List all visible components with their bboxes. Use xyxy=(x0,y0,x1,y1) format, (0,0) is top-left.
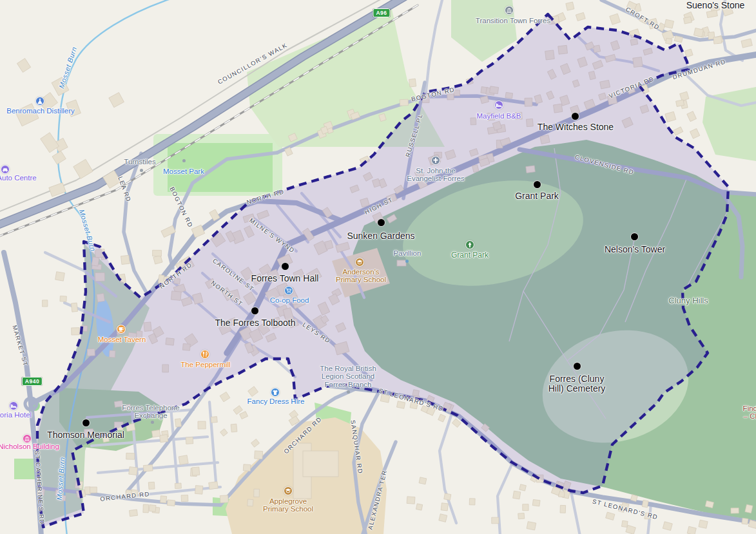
building-footprint xyxy=(60,296,66,301)
building-footprint xyxy=(380,394,390,403)
building-footprint xyxy=(151,430,160,437)
building-footprint xyxy=(622,520,628,527)
building-footprint xyxy=(527,522,536,530)
building-footprint xyxy=(143,464,153,472)
building-footprint xyxy=(129,510,137,517)
building-footprint xyxy=(220,495,228,503)
building-footprint xyxy=(742,518,748,524)
building-footprint xyxy=(243,464,251,472)
building-footprint xyxy=(175,483,181,489)
building-footprint xyxy=(731,508,739,514)
building-footprint xyxy=(167,500,175,506)
building-footprint xyxy=(211,417,217,423)
green-square-sw xyxy=(14,459,35,479)
building-footprint xyxy=(181,495,188,501)
building-footprint xyxy=(642,500,648,507)
building-footprint xyxy=(143,504,149,513)
building-footprint xyxy=(713,37,722,44)
building-footprint xyxy=(42,300,47,307)
building-footprint xyxy=(532,499,540,506)
building-footprint xyxy=(192,467,200,475)
building-footprint xyxy=(519,484,527,491)
building-footprint xyxy=(84,487,90,495)
building-footprint xyxy=(396,401,405,409)
building-footprint xyxy=(410,402,418,409)
building-footprint xyxy=(71,303,77,312)
building-footprint xyxy=(160,435,168,443)
building-footprint xyxy=(186,437,193,444)
building-footprint xyxy=(247,499,253,506)
building-footprint xyxy=(90,487,97,493)
building-footprint xyxy=(179,455,188,465)
building-footprint xyxy=(566,2,574,10)
building-footprint xyxy=(195,486,203,495)
mosset-park-pitch xyxy=(168,143,273,192)
building-footprint xyxy=(126,453,135,459)
building-footprint xyxy=(254,489,260,497)
building-footprint xyxy=(121,255,130,264)
building-footprint xyxy=(469,499,475,505)
building-footprint xyxy=(666,38,672,44)
building-footprint xyxy=(439,514,447,522)
building-footprint xyxy=(444,493,451,501)
building-footprint xyxy=(149,505,156,512)
building-footprint xyxy=(409,79,416,87)
building-footprint xyxy=(148,482,155,489)
building-footprint xyxy=(72,328,80,335)
building-footprint xyxy=(419,477,427,484)
building-footprint xyxy=(129,467,138,475)
building-footprint xyxy=(255,451,263,459)
building-footprint xyxy=(676,100,684,107)
building-footprint xyxy=(523,504,528,511)
building-footprint xyxy=(560,505,566,513)
building-footprint xyxy=(126,490,131,495)
building-footprint xyxy=(175,419,181,427)
building-footprint xyxy=(745,504,753,513)
building-footprint xyxy=(160,496,167,503)
building-footprint xyxy=(513,491,521,499)
building-footprint xyxy=(441,503,448,511)
building-footprint xyxy=(400,99,408,106)
basemap-tiles xyxy=(0,0,756,534)
building-footprint xyxy=(699,520,708,528)
building-footprint xyxy=(683,17,692,24)
building-footprint xyxy=(407,497,415,504)
building-footprint xyxy=(209,482,218,490)
building-footprint xyxy=(645,513,650,519)
building-footprint xyxy=(693,28,703,37)
building-footprint xyxy=(518,513,525,519)
building-footprint xyxy=(55,272,65,281)
building-footprint xyxy=(664,19,674,28)
building-footprint xyxy=(158,274,164,283)
building-footprint xyxy=(231,424,237,432)
building-footprint xyxy=(416,504,422,510)
building-footprint xyxy=(198,421,206,429)
building-footprint xyxy=(492,517,499,524)
map-canvas[interactable]: A96A940COUNCILLOR'S WALKCROFT RDBOGTON R… xyxy=(0,0,756,534)
building-footprint xyxy=(153,250,162,256)
